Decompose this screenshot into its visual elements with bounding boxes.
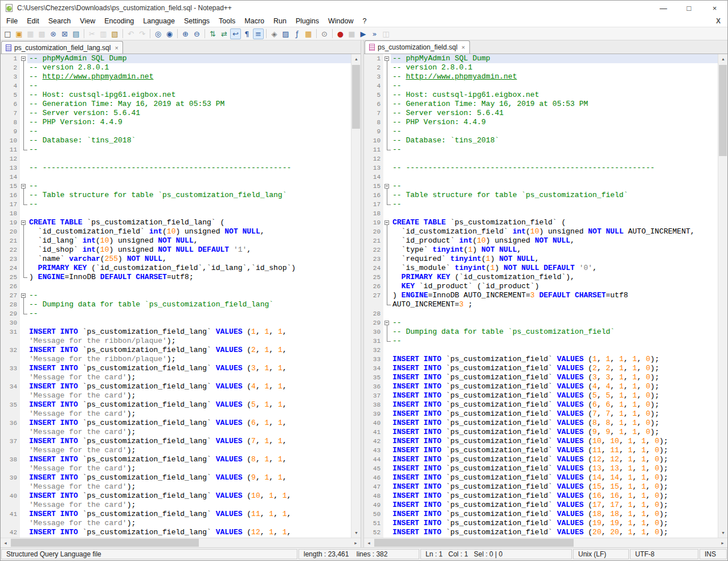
line-number: 16 xyxy=(364,191,383,200)
fold-collapse-icon[interactable] xyxy=(20,291,27,300)
code-line: 30-- Dumping data for table `ps_customiz… xyxy=(364,327,718,337)
code-text: 'Message for the ribbon/plaque'); xyxy=(27,337,351,346)
scroll-up-icon[interactable]: ▲ xyxy=(718,54,728,64)
menubar-close-icon[interactable]: X xyxy=(716,17,721,25)
scroll-left-icon[interactable]: ◄ xyxy=(364,538,374,548)
menu-file[interactable]: File xyxy=(2,16,22,26)
fold-margin xyxy=(20,528,27,537)
menu-macro[interactable]: Macro xyxy=(240,16,269,26)
menu-tools[interactable]: Tools xyxy=(214,16,240,26)
line-number: 14 xyxy=(364,173,383,182)
minimize-button[interactable]: — xyxy=(651,1,676,15)
vertical-scrollbar-left[interactable]: ▲ ▼ xyxy=(351,54,361,538)
fold-collapse-icon[interactable] xyxy=(383,182,391,191)
scrollbar-thumb[interactable] xyxy=(11,539,199,547)
folder-as-workspace-icon[interactable]: ▦ xyxy=(303,28,314,39)
menu-edit[interactable]: Edit xyxy=(22,16,44,26)
scroll-down-icon[interactable]: ▼ xyxy=(351,528,361,538)
fold-collapse-icon[interactable] xyxy=(20,218,27,227)
code-line: 'Message for the card'); xyxy=(1,501,351,510)
line-number: 39 xyxy=(364,410,383,419)
menu-language[interactable]: Language xyxy=(138,16,179,26)
stop-recording-icon[interactable]: ■ xyxy=(346,28,357,39)
fold-collapse-icon[interactable] xyxy=(20,182,27,191)
open-folder-icon[interactable]: ▣ xyxy=(14,28,24,39)
close-button[interactable]: × xyxy=(702,1,727,15)
close-all-icon[interactable]: ⊠ xyxy=(59,28,70,39)
save-file-icon[interactable]: ▦ xyxy=(25,28,36,39)
user-defined-dialog-icon[interactable]: ◈ xyxy=(269,28,280,39)
fold-margin xyxy=(383,273,391,282)
code-area-left[interactable]: 1-- phpMyAdmin SQL Dump2-- version 2.8.0… xyxy=(1,54,351,538)
tab-ps-customization-field-lang[interactable]: ps_customization_field_lang.sql × xyxy=(1,41,123,54)
tab-close-icon[interactable]: × xyxy=(461,44,465,51)
document-map-icon[interactable]: ▨ xyxy=(280,28,291,39)
replace-icon[interactable]: ◉ xyxy=(164,28,175,39)
paste-icon[interactable]: ▧ xyxy=(109,28,120,39)
scrollbar-thumb[interactable] xyxy=(352,65,360,129)
sync-horizontal-scrolling-icon[interactable]: ⇄ xyxy=(219,28,230,39)
run-macro-multiple-times-icon[interactable]: » xyxy=(369,28,380,39)
redo-icon[interactable]: ↷ xyxy=(137,28,148,39)
menu-window[interactable]: Window xyxy=(324,16,358,26)
show-indent-guide-icon[interactable]: ≡ xyxy=(253,28,264,39)
scrollbar-thumb[interactable] xyxy=(719,65,727,156)
menu-run[interactable]: Run xyxy=(269,16,291,26)
code-line: 32 xyxy=(364,346,718,355)
fold-collapse-icon[interactable] xyxy=(20,54,27,63)
find-icon[interactable]: ◎ xyxy=(153,28,163,39)
line-number: 35 xyxy=(1,400,20,410)
save-recorded-macro-icon[interactable]: ◫ xyxy=(381,28,391,39)
scroll-down-icon[interactable]: ▼ xyxy=(718,528,728,538)
menu-view[interactable]: View xyxy=(75,16,100,26)
zoom-out-icon[interactable]: ⊖ xyxy=(191,28,202,39)
code-line: 41INSERT INTO `ps_customization_field` V… xyxy=(364,428,718,437)
function-list-icon[interactable]: ƒ xyxy=(292,28,302,39)
scrollbar-thumb[interactable] xyxy=(374,539,574,547)
fold-collapse-icon[interactable] xyxy=(383,318,391,327)
menu-settings[interactable]: Settings xyxy=(179,16,214,26)
menu-help[interactable]: ? xyxy=(358,16,371,26)
status-encoding[interactable]: UTF-8 xyxy=(630,549,698,559)
restore-button[interactable]: □ xyxy=(676,1,702,15)
menu-search[interactable]: Search xyxy=(44,16,76,26)
status-eol-format[interactable]: Unix (LF) xyxy=(573,549,629,559)
code-text: PRIMARY KEY (`id_customization_field`,`i… xyxy=(27,264,351,273)
code-text: INSERT INTO `ps_customization_field_lang… xyxy=(27,492,351,501)
scroll-left-icon[interactable]: ◄ xyxy=(1,538,10,548)
playback-macro-icon[interactable]: ▶ xyxy=(358,28,369,39)
fold-collapse-icon[interactable] xyxy=(383,54,391,63)
code-line: 23 `required` tinyint(1) NOT NULL, xyxy=(364,255,718,264)
copy-icon[interactable]: ▥ xyxy=(98,28,109,39)
monitoring-icon[interactable]: ⊙ xyxy=(319,28,330,39)
status-insert-mode[interactable]: INS xyxy=(700,549,727,559)
fold-collapse-icon[interactable] xyxy=(383,218,391,227)
print-icon[interactable]: ▤ xyxy=(71,28,81,39)
horizontal-scrollbar-left[interactable]: ◄ ► xyxy=(1,538,361,547)
scroll-right-icon[interactable]: ► xyxy=(351,538,361,548)
tab-close-icon[interactable]: × xyxy=(114,44,118,51)
code-text: INSERT INTO `ps_customization_field` VAL… xyxy=(391,428,718,437)
vertical-scrollbar-right[interactable]: ▲ ▼ xyxy=(718,54,727,538)
save-all-icon[interactable]: ▩ xyxy=(36,28,47,39)
undo-icon[interactable]: ↶ xyxy=(125,28,136,39)
code-line: 10-- Database: `tins_2018` xyxy=(1,136,351,145)
scroll-up-icon[interactable]: ▲ xyxy=(351,54,361,64)
sync-vertical-scrolling-icon[interactable]: ⇅ xyxy=(207,28,218,39)
fold-margin xyxy=(20,400,27,410)
menu-encoding[interactable]: Encoding xyxy=(100,16,138,26)
tab-ps-customization-field[interactable]: ps_customization_field.sql × xyxy=(365,40,470,54)
code-area-right[interactable]: 1-- phpMyAdmin SQL Dump2-- version 2.8.0… xyxy=(364,54,718,538)
code-line: 6-- Generation Time: May 16, 2019 at 05:… xyxy=(1,100,351,109)
new-file-icon[interactable]: □ xyxy=(2,28,13,39)
zoom-in-icon[interactable]: ⊕ xyxy=(180,28,191,39)
close-file-icon[interactable]: ⊗ xyxy=(48,28,59,39)
show-all-characters-icon[interactable]: ¶ xyxy=(242,28,252,39)
cut-icon[interactable]: ✂ xyxy=(87,28,97,39)
code-text: INSERT INTO `ps_customization_field` VAL… xyxy=(391,482,718,492)
menu-plugins[interactable]: Plugins xyxy=(291,16,324,26)
horizontal-scrollbar-right[interactable]: ◄ ► xyxy=(364,538,727,547)
scroll-right-icon[interactable]: ► xyxy=(718,538,727,548)
word-wrap-icon[interactable]: ↩ xyxy=(230,28,241,39)
record-macro-icon[interactable]: ● xyxy=(335,28,346,39)
